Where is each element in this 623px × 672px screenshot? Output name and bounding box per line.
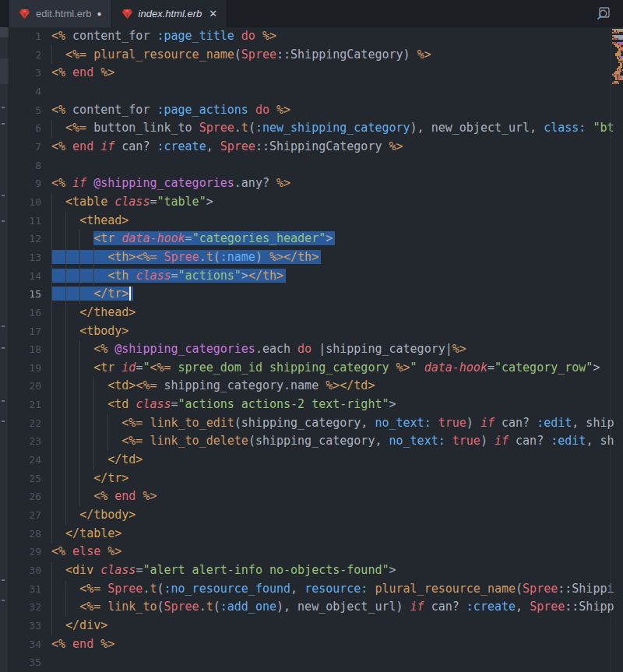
code-token: Spree xyxy=(220,139,255,153)
code-token: if xyxy=(495,434,509,448)
code-line[interactable]: 33 </div> xyxy=(0,617,623,635)
code-token: %> xyxy=(452,342,466,356)
code-line[interactable]: 9<% if @shipping_categories.any? %> xyxy=(0,174,623,193)
code-line[interactable]: 35 xyxy=(0,653,623,672)
code-line[interactable]: 21 <td class="actions actions-2 text-rig… xyxy=(0,396,623,414)
code-token: id xyxy=(121,361,136,375)
code-token: do xyxy=(255,103,269,117)
code-token: :create xyxy=(157,139,206,153)
line-number: 34 xyxy=(9,635,41,654)
code-line[interactable]: 11 <thead> xyxy=(0,212,623,230)
indent-guide xyxy=(51,359,52,378)
code-line[interactable]: 24 </td> xyxy=(0,451,623,470)
code-token: = xyxy=(171,269,178,283)
code-line[interactable]: 27 </tbody> xyxy=(0,506,623,525)
code-line[interactable]: 5<% content_for :page_actions do %> xyxy=(0,101,623,120)
minimap[interactable] xyxy=(612,29,623,86)
code-token: data-hook xyxy=(424,361,487,375)
code-token xyxy=(107,195,114,209)
code-line[interactable]: 22 <%= link_to_edit(shipping_category, n… xyxy=(0,414,623,433)
code-line[interactable]: 3<% end %> xyxy=(0,64,623,83)
code-line[interactable]: 15 </tr> xyxy=(0,285,623,304)
indent-guide xyxy=(51,487,52,506)
code-line[interactable]: 28 </table> xyxy=(0,525,623,544)
code-editor[interactable]: 1<% content_for :page_title do %>2 <%= p… xyxy=(0,27,623,672)
code-line[interactable]: 29<% else %> xyxy=(0,543,623,561)
code-token xyxy=(65,139,72,153)
code-line[interactable]: 30 <div class="alert alert-info no-objec… xyxy=(0,561,623,580)
code-token: %> xyxy=(143,489,157,503)
tab-index-html-erb[interactable]: index.html.erb ✕ xyxy=(112,0,228,27)
indent-guide xyxy=(79,340,80,359)
code-token: %> xyxy=(100,65,114,79)
code-token: </div> xyxy=(65,618,107,632)
code-line[interactable]: 16 </thead> xyxy=(0,304,623,322)
close-icon[interactable]: ✕ xyxy=(207,9,217,19)
code-line[interactable]: 25 </tr> xyxy=(0,470,623,488)
code-token: (shipping_category, xyxy=(234,416,375,430)
code-line[interactable]: 19 <tr id="<%= spree_dom_id shipping_cat… xyxy=(0,359,623,378)
indent-guide xyxy=(51,580,52,599)
code-line[interactable]: 10 <table class="table"> xyxy=(0,193,623,212)
code-token: spree_dom_id shipping_category xyxy=(171,361,396,375)
code-token: <% xyxy=(93,489,107,503)
code-token: Spree xyxy=(164,250,199,264)
code-line[interactable]: 26 <% end %> xyxy=(0,487,623,506)
line-number: 10 xyxy=(9,193,41,212)
code-token xyxy=(445,434,452,448)
code-token: end xyxy=(72,65,93,79)
code-line[interactable]: 17 <tbody> xyxy=(0,322,623,341)
code-token: no_text: xyxy=(389,434,445,448)
code-token: ( xyxy=(157,582,164,596)
code-token xyxy=(234,29,241,43)
code-token: Spree xyxy=(164,600,199,614)
code-line[interactable]: 13 <th><%= Spree.t(:name) %></th> xyxy=(0,248,623,267)
code-token: </th> xyxy=(283,250,319,264)
code-token xyxy=(100,544,107,558)
code-token: <tr xyxy=(93,231,114,245)
code-token: %> xyxy=(389,139,403,153)
code-line[interactable]: 12 <tr data-hook="categories_header"> xyxy=(0,230,623,248)
code-line[interactable]: 20 <td><%= shipping_category.name %></td… xyxy=(0,377,623,396)
code-line[interactable]: 4 xyxy=(0,83,623,101)
line-number: 30 xyxy=(9,561,41,580)
line-number: 15 xyxy=(9,285,41,304)
line-number: 23 xyxy=(9,432,41,451)
code-line[interactable]: 8 xyxy=(0,157,623,175)
code-line[interactable]: 32 <%= link_to(Spree.t(:add_one), new_ob… xyxy=(0,598,623,617)
selection-highlight: <tr data-hook="categories_header"> xyxy=(93,231,335,245)
indent-guide xyxy=(51,561,52,580)
code-line[interactable]: 1<% content_for :page_title do %> xyxy=(0,27,623,46)
code-token: :edit xyxy=(551,434,586,448)
indent-guide xyxy=(79,470,80,488)
code-line[interactable]: 7<% end if can? :create, Spree::Shipping… xyxy=(0,138,623,157)
indent-guide xyxy=(79,396,80,414)
code-line[interactable]: 31 <%= Spree.t(:no_resource_found, resou… xyxy=(0,580,623,599)
line-number: 18 xyxy=(9,340,41,359)
open-search-editor-icon[interactable] xyxy=(595,6,611,22)
code-token: ::ShippingCategory) xyxy=(276,47,417,62)
code-token xyxy=(65,65,72,79)
line-number: 35 xyxy=(9,653,41,672)
code-line[interactable]: 6 <%= button_link_to Spree.t(:new_shippi… xyxy=(0,119,623,138)
code-token: . xyxy=(199,250,206,264)
code-token: do xyxy=(241,29,255,43)
code-token xyxy=(51,287,93,301)
code-line[interactable]: 18 <% @shipping_categories.each do |ship… xyxy=(0,340,623,359)
indent-guide xyxy=(51,432,52,451)
code-line[interactable]: 14 <th class="actions"></th> xyxy=(0,267,623,286)
tab-edit-html-erb[interactable]: edit.html.erb ● xyxy=(9,0,112,27)
code-line[interactable]: 34<% end %> xyxy=(0,635,623,654)
code-token: <tbody> xyxy=(79,324,128,338)
code-token: Spree xyxy=(107,582,143,596)
code-token: content_for xyxy=(65,103,157,117)
modified-dot-icon[interactable]: ● xyxy=(97,10,102,18)
vscode-window: edit.html.erb ● index.html.erb ✕ xyxy=(0,0,623,672)
code-token: link_to xyxy=(107,600,157,614)
code-token xyxy=(93,65,100,79)
code-line[interactable]: 23 <%= link_to_delete(shipping_category,… xyxy=(0,432,623,451)
code-token: </td> xyxy=(107,452,143,466)
code-token xyxy=(51,121,65,135)
code-line[interactable]: 2 <%= plural_resource_name(Spree::Shippi… xyxy=(0,46,623,65)
indent-guide xyxy=(65,248,66,267)
